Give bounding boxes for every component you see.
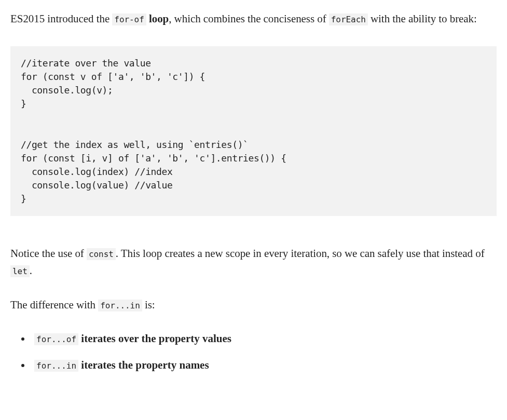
text-fragment: . This loop creates a new scope in every…	[116, 247, 485, 260]
list-item: for...of iterates over the property valu…	[31, 330, 497, 347]
bold-text: loop	[146, 12, 169, 25]
difference-paragraph: The difference with for...in is:	[10, 296, 497, 314]
const-explanation-paragraph: Notice the use of const. This loop creat…	[10, 245, 497, 279]
text-fragment: is:	[142, 299, 155, 311]
text-fragment: .	[30, 264, 32, 277]
text-fragment: Notice the use of	[10, 247, 87, 260]
text-fragment: The difference with	[10, 299, 98, 311]
bold-text: iterates over the property values	[78, 332, 231, 345]
inline-code-let: let	[10, 265, 30, 277]
intro-paragraph: ES2015 introduced the for-of loop, which…	[10, 10, 497, 28]
text-fragment: , which combines the conciseness of	[169, 12, 329, 25]
inline-code-for-in: for...in	[98, 300, 142, 311]
inline-code-const: const	[87, 248, 116, 260]
text-fragment: with the ability to break:	[368, 12, 477, 25]
difference-list: for...of iterates over the property valu…	[10, 330, 497, 374]
text-fragment: ES2015 introduced the	[10, 12, 112, 25]
inline-code-for-of: for-of	[112, 13, 146, 25]
code-block-for-of-example: //iterate over the value for (const v of…	[10, 46, 497, 216]
inline-code-for-in: for...in	[34, 360, 78, 372]
inline-code-foreach: forEach	[329, 13, 368, 25]
inline-code-for-of: for...of	[34, 333, 78, 345]
list-item: for...in iterates the property names	[31, 357, 497, 374]
bold-text: iterates the property names	[78, 359, 209, 371]
